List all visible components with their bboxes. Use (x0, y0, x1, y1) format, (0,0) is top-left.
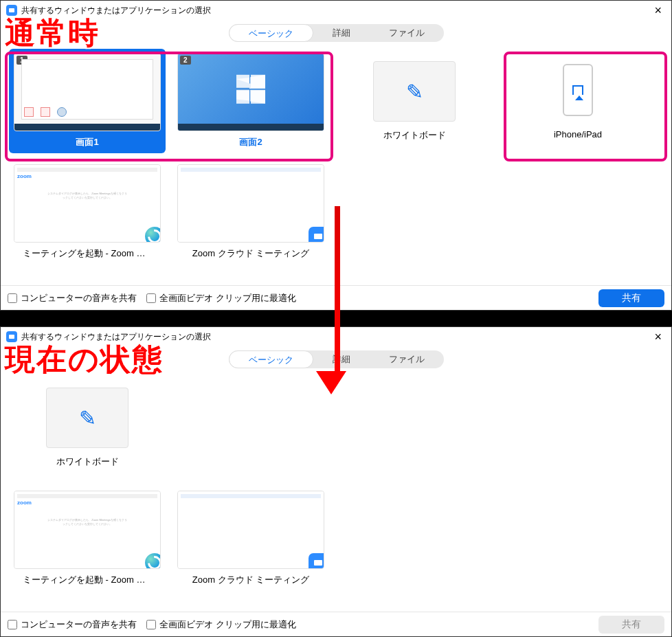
tile-screen2[interactable]: 2 画面2 (172, 49, 329, 153)
tab-bar: ベーシック 詳細 ファイル (1, 24, 671, 42)
zoom-meeting-icon (309, 553, 324, 569)
close-icon[interactable]: × (650, 4, 666, 16)
dialog-footer: コンピューターの音声を共有 全画面ビデオ クリップ用に最適化 共有 (1, 612, 671, 636)
thumb-iphone (537, 56, 619, 124)
tile-app-edge-label: ミーティングを起動 - Zoom および... (19, 245, 156, 262)
checkbox-optimize-video[interactable]: 全画面ビデオ クリップ用に最適化 (146, 618, 296, 631)
window-title: 共有するウィンドウまたはアプリケーションの選択 (21, 5, 650, 16)
pen-icon (406, 80, 423, 104)
zoom-meeting-icon (309, 227, 324, 243)
share-button[interactable]: 共有 (598, 616, 664, 634)
tab-advanced[interactable]: 詳細 (313, 350, 370, 368)
checkbox-optimize-video[interactable]: 全画面ビデオ クリップ用に最適化 (146, 292, 296, 304)
tile-app-zoom[interactable]: Zoom クラウド ミーティング (172, 487, 329, 591)
checkbox-optimize-video-input[interactable] (146, 620, 156, 629)
share-grid: ホワイトボード zoom システムダイアログが表示したら、Zoom Meetin… (1, 375, 671, 591)
tile-whiteboard-label: ホワイトボード (379, 127, 450, 144)
tile-app-zoom[interactable]: Zoom クラウド ミーティング (172, 160, 329, 265)
tile-screen1-label: 画面1 (71, 134, 102, 150)
thumb-app-zoom (177, 491, 324, 569)
tab-basic[interactable]: ベーシック (229, 24, 313, 42)
tile-whiteboard-label: ホワイトボード (52, 454, 123, 470)
tile-iphone-ipad[interactable]: iPhone/iPad (500, 49, 656, 153)
banner-current: 現在の状態 (5, 339, 164, 380)
share-dialog-current: 共有するウィンドウまたはアプリケーションの選択 × 現在の状態 ベーシック 詳細… (0, 326, 672, 637)
edge-browser-icon (145, 553, 161, 569)
thumb-whiteboard (46, 388, 128, 448)
thumb-app-zoom (177, 164, 324, 243)
share-grid: 1 画面1 2 (1, 49, 671, 265)
close-icon[interactable]: × (650, 331, 666, 343)
tile-screen2-label: 画面2 (235, 134, 266, 150)
tab-basic[interactable]: ベーシック (229, 350, 313, 368)
tab-files[interactable]: ファイル (370, 350, 444, 368)
thumb-app-edge: zoom システムダイアログが表示したら、Zoom Meetingsを開くをクリ… (14, 491, 161, 569)
checkbox-share-audio-input[interactable] (8, 293, 17, 303)
checkbox-optimize-video-input[interactable] (146, 293, 156, 303)
tile-app-zoom-label: Zoom クラウド ミーティング (188, 572, 313, 588)
zoom-logo-text: zoom (17, 500, 157, 506)
device-frame-icon (563, 64, 593, 116)
checkbox-share-audio-input[interactable] (8, 620, 17, 629)
checkbox-share-audio-label: コンピューターの音声を共有 (21, 292, 137, 304)
thumb-screen1: 1 (14, 53, 161, 131)
zoom-logo-text: zoom (17, 173, 157, 179)
tile-screen1[interactable]: 1 画面1 (9, 49, 166, 153)
thumb-screen2: 2 (177, 53, 324, 131)
checkbox-optimize-video-label: 全画面ビデオ クリップ用に最適化 (159, 618, 296, 631)
tile-app-zoom-label: Zoom クラウド ミーティング (188, 245, 313, 262)
checkbox-optimize-video-label: 全画面ビデオ クリップ用に最適化 (159, 292, 296, 304)
tile-app-edge[interactable]: zoom システムダイアログが表示したら、Zoom Meetingsを開くをクリ… (9, 160, 166, 265)
thumb-app-edge: zoom システムダイアログが表示したら、Zoom Meetingsを開くをクリ… (14, 164, 161, 243)
checkbox-share-audio-label: コンピューターの音声を共有 (21, 618, 137, 631)
thumb-whiteboard (373, 61, 456, 122)
pen-icon (79, 406, 96, 430)
share-button[interactable]: 共有 (598, 289, 664, 307)
tab-files[interactable]: ファイル (370, 24, 444, 42)
airplay-icon (572, 85, 583, 95)
banner-normal: 通常時 (5, 13, 100, 54)
screen-badge-2: 2 (180, 56, 191, 65)
tile-app-edge[interactable]: zoom システムダイアログが表示したら、Zoom Meetingsを開くをクリ… (9, 487, 166, 591)
checkbox-share-audio[interactable]: コンピューターの音声を共有 (8, 618, 137, 631)
share-dialog-normal: 共有するウィンドウまたはアプリケーションの選択 × 通常時 ベーシック 詳細 フ… (0, 0, 672, 311)
tab-advanced[interactable]: 詳細 (313, 24, 370, 42)
dialog-footer: コンピューターの音声を共有 全画面ビデオ クリップ用に最適化 共有 (1, 285, 671, 310)
tile-whiteboard[interactable]: ホワイトボード (336, 49, 493, 153)
tile-app-edge-label: ミーティングを起動 - Zoom および... (19, 572, 156, 588)
edge-browser-icon (145, 227, 161, 243)
tile-whiteboard[interactable]: ホワイトボード (9, 375, 166, 473)
titlebar: 共有するウィンドウまたはアプリケーションの選択 × (1, 1, 671, 20)
tile-iphone-label: iPhone/iPad (550, 127, 606, 142)
checkbox-share-audio[interactable]: コンピューターの音声を共有 (8, 292, 137, 304)
